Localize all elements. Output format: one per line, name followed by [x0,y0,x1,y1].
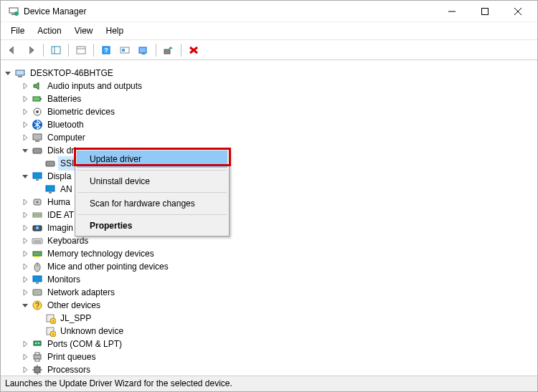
svg-rect-20 [18,76,22,77]
tree-item[interactable]: Processors [2,363,537,376]
expand-toggle-icon [34,185,42,193]
svg-point-55 [37,292,39,293]
expand-toggle-icon[interactable] [21,82,29,90]
keyboard-icon [32,235,43,247]
svg-rect-9 [77,47,85,54]
tb-properties-button[interactable] [72,42,90,58]
minimize-button[interactable] [435,1,468,22]
svg-point-29 [39,150,41,151]
menu-file[interactable]: File [5,24,30,38]
tree-item-label: Memory technology devices [46,247,156,260]
tree-item[interactable]: ?Other devices [2,299,537,312]
tree-item[interactable]: !Unknown device [2,325,537,338]
tree-item[interactable]: Network adapters [2,286,537,299]
cm-properties[interactable]: Properties [77,217,227,234]
menu-action[interactable]: Action [32,24,67,38]
svg-rect-15 [139,47,146,53]
mouse-icon [32,261,43,272]
svg-rect-27 [35,140,39,142]
tb-show-hide-tree-button[interactable] [47,42,65,58]
svg-rect-64 [34,341,41,345]
expand-toggle-icon[interactable] [21,249,29,258]
expand-toggle-icon[interactable] [21,211,29,219]
tree-item-label: Ports (COM & LPT) [46,338,123,350]
toolbar-sep [68,44,69,57]
tree-item[interactable]: Audio inputs and outputs [2,80,537,92]
tb-back-button[interactable] [4,42,21,58]
monitor-icon [32,274,43,285]
svg-rect-45 [33,252,42,256]
tree-root[interactable]: DESKTOP-46BHTGE [2,67,537,80]
expand-toggle-icon[interactable] [21,288,29,297]
svg-rect-46 [34,256,35,257]
context-menu: Update driver Uninstall device Scan for … [75,148,230,236]
tree-item-label: Audio inputs and outputs [46,80,143,92]
tree-item-label: AN [59,183,74,196]
toolbar-sep [181,44,181,57]
printer-icon [32,351,43,363]
expand-toggle-icon[interactable] [21,262,29,271]
svg-rect-70 [34,367,40,373]
tree-item-label: Batteries [46,92,82,105]
tree-item-label: Processors [46,363,92,376]
menubar: File Action View Help [1,22,537,40]
expand-toggle-icon[interactable] [21,107,29,116]
tree-item[interactable]: Memory technology devices [2,247,537,260]
cm-update-driver[interactable]: Update driver [77,150,227,168]
expand-toggle-icon[interactable] [21,133,29,142]
expand-toggle-icon[interactable] [21,146,29,155]
expand-toggle-icon[interactable] [21,275,29,284]
expand-toggle-icon[interactable] [21,224,29,232]
svg-rect-14 [122,49,125,52]
display-icon [44,183,56,195]
maximize-button[interactable] [468,1,501,22]
tb-add-legacy-button[interactable] [160,42,177,58]
svg-rect-69 [35,359,39,361]
expand-toggle-icon[interactable] [21,340,29,348]
tree-item[interactable]: Monitors [2,273,537,286]
expand-toggle-icon[interactable] [21,236,29,245]
cm-scan-hardware[interactable]: Scan for hardware changes [77,195,227,212]
tree-item[interactable]: Computer [2,131,537,144]
tb-uninstall-button[interactable] [185,42,202,58]
expand-toggle-icon[interactable] [21,365,29,374]
expand-toggle-icon[interactable] [21,301,29,310]
svg-point-24 [36,110,39,113]
tree-item[interactable]: Bluetooth [2,118,537,131]
window-title: Device Manager [24,6,435,16]
tb-forward-button[interactable] [22,42,39,58]
tree-item[interactable]: Print queues [2,350,537,363]
disk-icon [32,145,43,156]
toolbar-sep [43,44,44,57]
expand-toggle-icon[interactable] [4,69,12,77]
svg-rect-47 [36,256,37,257]
menu-view[interactable]: View [69,24,99,38]
expand-toggle-icon[interactable] [21,198,29,206]
expand-toggle-icon[interactable] [21,172,29,181]
expand-toggle-icon[interactable] [21,120,29,129]
tree-item[interactable]: Mice and other pointing devices [2,260,537,273]
svg-point-2 [14,11,19,16]
tree-item[interactable]: !JL_SPP [2,312,537,325]
close-button[interactable] [501,1,534,22]
tree-item-label: Print queues [46,350,97,363]
tree-item[interactable]: Ports (COM & LPT) [2,338,537,350]
tb-update-driver-button[interactable] [135,42,152,58]
cpu-icon [32,364,43,376]
app-icon [8,6,19,17]
cm-uninstall-device[interactable]: Uninstall device [77,173,227,190]
tb-help-button[interactable]: ? [98,42,115,58]
tree-item[interactable]: Batteries [2,92,537,105]
svg-rect-35 [49,192,52,193]
svg-rect-51 [33,276,42,282]
menu-help[interactable]: Help [100,24,130,38]
memory-icon [32,248,43,259]
svg-point-37 [37,201,39,204]
expand-toggle-icon[interactable] [21,95,29,103]
expand-toggle-icon [34,314,42,322]
expand-toggle-icon[interactable] [21,353,29,361]
display-icon [32,171,43,182]
svg-point-54 [34,292,36,293]
tree-item[interactable]: Biometric devices [2,105,537,118]
tb-scan-hardware-button[interactable] [116,42,133,58]
